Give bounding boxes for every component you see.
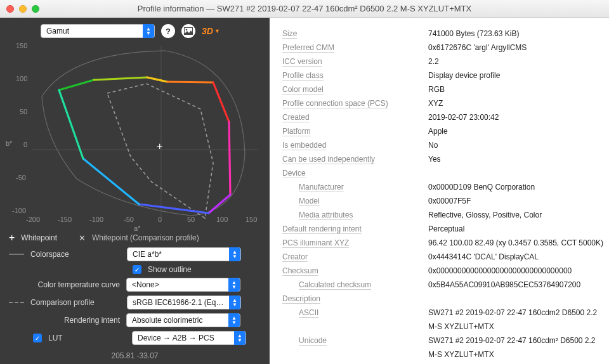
whitepoint-label: Whitepoint (21, 233, 57, 242)
comparison-label: Comparison profile (30, 298, 121, 307)
v-ascii: SW271 #2 2019-02-07 22-47 160cdm2 D6500 … (428, 306, 604, 334)
x-icon: ✕ (79, 233, 86, 243)
v-platform: Apple (428, 124, 604, 138)
cct-select[interactable]: <None> ▲▼ (126, 278, 240, 292)
solid-line-icon (9, 254, 24, 255)
gamut-chart[interactable]: b* a* 150 100 50 0 -50 -100 -200 -150 -1… (10, 42, 260, 228)
ytick: -50 (16, 174, 26, 181)
k-unicode: Unicode (282, 334, 428, 348)
whitepoint-compare-label: Whitepoint (Comparison profile) (92, 233, 199, 242)
v-illuminant: 96.42 100.00 82.49 (xy 0.3457 0.3585, CC… (428, 236, 604, 250)
v-creator: 0x4443414C 'DCAL' DisplayCAL (428, 250, 604, 264)
k-device: Device (282, 166, 428, 180)
v-embedded: No (428, 138, 604, 152)
cursor-readout: 205.81 -33.07 (9, 351, 261, 360)
window-title: Profile information — SW271 #2 2019-02-0… (0, 4, 609, 13)
select-arrows-icon: ▲▼ (234, 331, 246, 345)
k-model: Model (282, 194, 428, 208)
lut-select[interactable]: Device → A2B → PCS ▲▼ (132, 331, 246, 345)
v-checksum: 0x00000000000000000000000000000000 (428, 264, 604, 278)
colorspace-select[interactable]: CIE a*b* ▲▼ (127, 247, 241, 261)
save-image-button[interactable] (181, 24, 195, 38)
v-copyright: No copyright. Created with DisplayCAL 3.… (428, 361, 604, 364)
v-created: 2019-02-07 23:00:42 (428, 110, 604, 124)
v-cmm: 0x6172676C 'argl' ArgyllCMS (428, 41, 604, 55)
ytick: 0 (23, 141, 27, 148)
v-unicode: SW271 #2 2019-02-07 22-47 160cdm² D6500 … (428, 334, 604, 361)
ytick: 100 (16, 75, 27, 82)
k-creator: Creator (282, 250, 428, 264)
rendering-intent-label: Rendering intent (9, 316, 120, 325)
k-size: Size (282, 27, 428, 41)
v-pclass: Display device profile (428, 68, 604, 82)
select-arrows-icon: ▲▼ (229, 296, 240, 309)
k-pcs: Profile connection space (PCS) (282, 96, 428, 110)
k-illuminant: PCS illuminant XYZ (282, 236, 428, 250)
spectral-locus (42, 51, 245, 216)
main-split: Gamut ▲▼ ? 3D ▼ b* a* 150 100 50 0 -50 -… (0, 18, 609, 364)
v-size: 741000 Bytes (723.63 KiB) (428, 27, 604, 41)
plot-area: + (32, 46, 258, 209)
ytick: 150 (16, 42, 27, 49)
select-arrows-icon: ▲▼ (228, 313, 240, 327)
ytick: 50 (20, 108, 27, 115)
select-arrows-icon: ▲▼ (228, 278, 240, 292)
minimize-window-button[interactable] (19, 5, 27, 13)
dashed-line-icon (9, 302, 24, 303)
v-pcs: XYZ (428, 96, 604, 110)
rendering-intent-row: Rendering intent Absolute colorimetric ▲… (9, 313, 261, 327)
cct-value: <None> (132, 280, 159, 289)
help-icon: ? (166, 27, 171, 36)
close-window-button[interactable] (6, 5, 14, 13)
image-icon (184, 27, 193, 35)
select-arrows-icon: ▲▼ (229, 247, 240, 261)
comparison-select[interactable]: sRGB IEC61966-2.1 (Equival… ▲▼ (127, 296, 241, 309)
colorspace-row: Colorspace CIE a*b* ▲▼ (9, 247, 261, 261)
comparison-row: Comparison profile sRGB IEC61966-2.1 (Eq… (9, 296, 261, 309)
v-model: 0x00007F5F (428, 194, 604, 208)
v-intent: Perceptual (428, 222, 604, 236)
whitepoint-marker: + (157, 141, 162, 152)
zoom-window-button[interactable] (32, 5, 39, 13)
k-copyright: Copyright (282, 361, 428, 364)
view-mode-select[interactable]: Gamut ▲▼ (41, 24, 155, 38)
gamut-panel: Gamut ▲▼ ? 3D ▼ b* a* 150 100 50 0 -50 -… (0, 18, 270, 364)
view-mode-value: Gamut (46, 27, 69, 36)
colorspace-label: Colorspace (30, 250, 121, 259)
info-panel[interactable]: Size741000 Bytes (723.63 KiB) Preferred … (270, 18, 609, 364)
help-button[interactable]: ? (161, 24, 175, 38)
show-outline-checkbox[interactable]: ✓ (133, 265, 141, 274)
lut-value: Device → A2B → PCS (138, 334, 214, 342)
k-platform: Platform (282, 124, 428, 138)
k-created: Created (282, 110, 428, 124)
v-manufacturer: 0x0000D109 BenQ Corporation (428, 180, 604, 194)
rendering-intent-select[interactable]: Absolute colorimetric ▲▼ (126, 313, 240, 327)
window-controls (6, 5, 39, 13)
k-pclass: Profile class (282, 68, 428, 82)
k-independent: Can be used independently (282, 152, 428, 166)
k-icc: ICC version (282, 55, 428, 68)
cct-row: Color temperature curve <None> ▲▼ (9, 278, 261, 292)
k-intent: Default rendering intent (282, 222, 428, 236)
lut-checkbox[interactable]: ✓ (33, 334, 42, 342)
svg-point-1 (186, 29, 188, 31)
k-description: Description (282, 292, 428, 306)
whitepoint-legend-row: + Whitepoint ✕ Whitepoint (Comparison pr… (9, 232, 261, 244)
k-calcchecksum: Calculated checksum (282, 278, 428, 292)
k-ascii: ASCII (282, 306, 428, 320)
gamut-toolbar: Gamut ▲▼ ? 3D ▼ (41, 24, 261, 38)
x-axis-label: a* (134, 224, 140, 232)
k-checksum: Checksum (282, 264, 428, 278)
v-cmodel: RGB (428, 82, 604, 96)
show-outline-label: Show outline (148, 265, 192, 274)
v-icc: 2.2 (428, 55, 604, 68)
3d-button[interactable]: 3D ▼ (202, 26, 220, 36)
comparison-value: sRGB IEC61966-2.1 (Equival… (133, 298, 228, 307)
y-axis-label: b* (6, 140, 12, 147)
titlebar: Profile information — SW271 #2 2019-02-0… (0, 0, 609, 18)
select-arrows-icon: ▲▼ (143, 24, 154, 38)
gamut-svg (32, 46, 258, 219)
rendering-intent-value: Absolute colorimetric (132, 316, 202, 325)
v-media: Reflective, Glossy, Positive, Color (428, 208, 604, 222)
v-calcchecksum: 0x5B4A55AC09910AB985CEC53764907200 (428, 278, 604, 292)
